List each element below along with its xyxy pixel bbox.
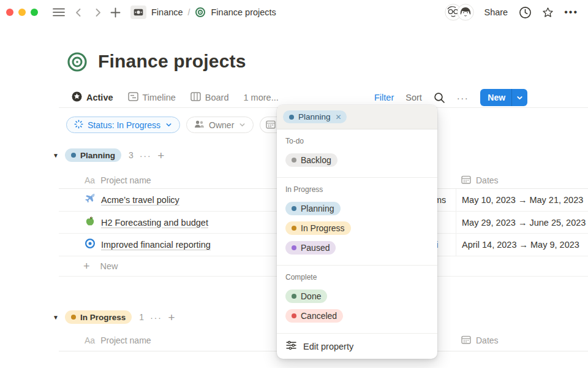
status-filter-chip[interactable]: Status: In Progress [66,117,180,133]
people-icon [194,120,205,130]
edit-property-button[interactable]: Edit property [277,334,437,359]
starred-view-icon [72,91,82,104]
view-more-icon[interactable]: ··· [457,93,469,103]
group-more-icon[interactable]: ··· [140,150,152,161]
star-icon[interactable] [541,6,554,19]
filter-chip-bar: Status: In Progress Owner [66,117,281,133]
close-window-button[interactable] [6,9,13,16]
tag-dot [292,206,296,211]
menu-option-planning[interactable]: Planning [285,199,429,218]
breadcrumb-finance[interactable]: Finance [151,7,183,17]
banknote-icon [130,6,146,19]
status-filter-label: Status: In Progress [88,120,160,130]
target-icon [195,7,206,18]
dates-cell[interactable]: May 10, 2023 → May 21, 2023 [456,189,588,211]
new-tab-icon[interactable] [110,7,121,18]
option-label: In Progress [301,223,345,233]
group-tag-in-progress[interactable]: In Progress [65,310,132,324]
clock-icon[interactable] [519,6,532,19]
selected-tag-planning[interactable]: Planning ✕ [283,110,347,123]
sparkle-icon [74,120,83,131]
menu-group-label: In Progress [285,185,429,194]
tab-more-views[interactable]: 1 more... [244,93,279,102]
menu-option-paused[interactable]: Paused [285,238,429,258]
option-label: Paused [301,243,330,253]
page-icon-target[interactable] [66,51,88,75]
airplane-icon [85,193,96,207]
minimize-window-button[interactable] [18,9,26,16]
new-button[interactable]: New [480,89,527,106]
menu-option-canceled[interactable]: Canceled [285,306,429,326]
hidden-column-cell: li [437,240,456,250]
chevron-down-icon[interactable] [512,89,527,106]
dates-cell[interactable]: April 14, 2023 → May 9, 2023 [456,234,588,256]
dart-icon [85,238,96,251]
view-actions: Filter Sort ··· New [374,88,527,107]
board-icon [190,91,201,104]
plus-icon: + [83,260,90,273]
column-header-project-name[interactable]: Project name [100,335,151,345]
owner-filter-chip[interactable]: Owner [186,117,254,133]
forward-icon[interactable] [92,7,103,18]
remove-tag-icon[interactable]: ✕ [336,113,342,121]
project-name-link[interactable]: Acme’s travel policy [101,195,179,205]
hidden-column-cell [437,218,456,228]
group-header-planning: ▼ Planning 3 ··· + [53,148,164,162]
search-icon[interactable] [434,92,445,104]
group-tag-planning[interactable]: Planning [65,148,121,162]
window-toolbar: Finance / Finance projects Share ••• [0,0,588,25]
collapse-triangle-icon[interactable]: ▼ [53,152,59,159]
group-count: 1 [139,312,144,322]
member-avatars[interactable] [445,4,474,21]
group-count: 3 [129,150,134,160]
sort-button[interactable]: Sort [405,93,422,102]
option-label: Done [301,291,321,301]
tag-dot [292,313,296,318]
tab-active[interactable]: Active [72,91,113,104]
owner-filter-label: Owner [209,120,234,130]
app-window: Finance / Finance projects Share ••• Fin… [0,0,588,368]
more-options-icon[interactable]: ••• [564,7,578,18]
column-header-dates[interactable]: Dates [476,335,499,345]
tag-dot [292,294,296,299]
project-name-link[interactable]: Improved financial reporting [101,240,211,250]
text-property-icon: Aa [85,175,95,185]
option-label: Canceled [301,311,337,321]
avatar [457,4,474,21]
menu-section-in-progress: In Progress Planning In Progress Paused [277,178,437,266]
filter-button[interactable]: Filter [374,93,394,102]
status-filter-input[interactable]: Planning ✕ [277,105,437,129]
toolbar-right: Share ••• [445,4,578,21]
tag-dot [71,315,76,320]
menu-option-backlog[interactable]: Backlog [285,150,429,170]
tab-timeline[interactable]: Timeline [128,91,176,104]
sliders-icon [286,340,296,352]
menu-section-todo: To-do Backlog [277,129,437,178]
collapse-triangle-icon[interactable]: ▼ [53,314,59,321]
selected-tag-label: Planning [298,112,331,121]
zoom-window-button[interactable] [31,9,38,16]
group-tag-label: In Progress [80,313,126,322]
back-icon[interactable] [74,7,84,18]
menu-group-label: To-do [285,137,429,145]
group-tag-label: Planning [80,151,115,160]
column-header-project-name[interactable]: Project name [100,175,151,185]
tag-dot [289,115,294,120]
menu-option-in-progress[interactable]: In Progress [285,218,429,238]
timeline-icon [128,91,138,104]
tab-label: Timeline [143,93,176,102]
sidebar-toggle-icon[interactable] [53,7,65,17]
column-header-dates[interactable]: Dates [476,175,499,185]
new-button-label[interactable]: New [480,89,511,106]
project-name-link[interactable]: H2 Forecasting and budget [101,218,208,228]
tab-board[interactable]: Board [190,91,229,104]
view-tabs: Active Timeline Board 1 more... [72,88,279,107]
tag-dot [292,158,296,163]
group-more-icon[interactable]: ··· [150,312,162,323]
share-button[interactable]: Share [484,7,508,17]
breadcrumb-finance-projects[interactable]: Finance projects [211,7,276,17]
group-add-icon[interactable]: + [168,312,175,323]
dates-cell[interactable]: May 29, 2023 → June 25, 2023 [456,212,588,233]
group-add-icon[interactable]: + [157,150,164,161]
menu-option-done[interactable]: Done [285,286,429,306]
